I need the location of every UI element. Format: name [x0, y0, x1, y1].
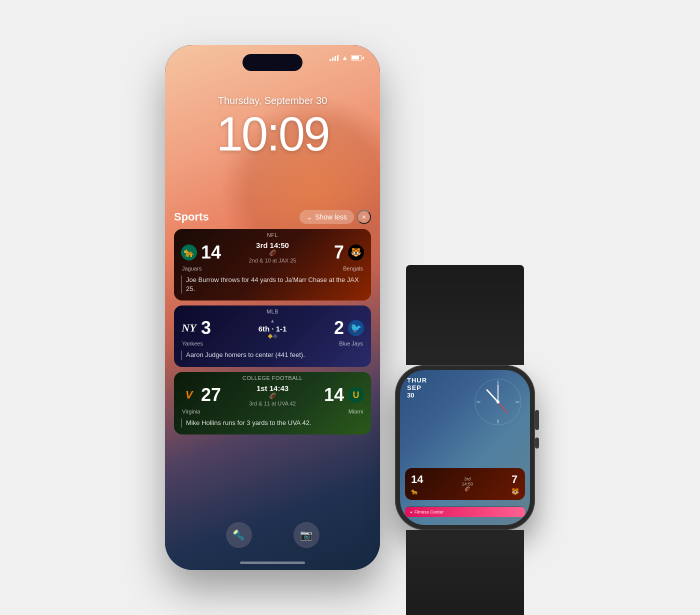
signal-bar-2 — [332, 58, 334, 61]
cfb-play-description: Mike Hollins runs for 3 yards to the UVA… — [181, 418, 364, 428]
wifi-icon: ▲ — [342, 54, 348, 62]
virginia-score: 27 — [201, 384, 221, 406]
watch-jaguars-icon: 🐆 — [411, 488, 418, 495]
main-scene: ▲ Thursday, September 30 10:09 Sports ⌄ — [165, 45, 535, 570]
close-button[interactable]: × — [357, 210, 371, 224]
second-base-dot — [272, 334, 278, 339]
watch-nfl-score-widget: 14 🐆 3rd 14:50 🏈 7 — [405, 468, 525, 500]
mlb-score-row: NY 3 ▲ 6th · 1-1 — [181, 318, 364, 338]
bengals-team-name: Bengals — [272, 266, 363, 272]
virginia-logo: V — [181, 387, 197, 403]
cfb-down-distance: 3rd & 11 at UVA 42 — [242, 400, 303, 406]
mlb-score-card[interactable]: MLB NY 3 ▲ 6th · 1-1 — [174, 306, 371, 366]
camera-button[interactable]: 📷 — [294, 522, 320, 548]
bottom-dock: 🔦 📷 — [165, 522, 380, 548]
sports-notification-section: Sports ⌄ Show less × NFL — [174, 210, 371, 440]
watch-band-bottom — [406, 530, 524, 615]
lock-screen-time: 10:09 — [165, 110, 380, 158]
nfl-quarter: 3rd 14:50 — [242, 241, 303, 250]
nfl-play-description: Joe Burrow throws for 44 yards to Ja'Mar… — [181, 276, 364, 294]
signal-bar-4 — [337, 55, 338, 61]
fitness-label: Fitness Center — [414, 510, 444, 514]
miami-score: 14 — [324, 384, 344, 406]
watch-team2-section: 7 🐯 — [512, 473, 519, 495]
nfl-league-label: NFL — [181, 229, 364, 241]
fitness-section: ● Fitness Center — [405, 507, 525, 517]
cfb-team2-side: 14 U — [303, 384, 364, 406]
mlb-team1-side: NY 3 — [181, 318, 242, 338]
sports-controls: ⌄ Show less × — [300, 210, 371, 224]
notch — [242, 54, 302, 71]
jaguars-team-name: Jaguars — [182, 266, 272, 272]
watch-team1-score: 14 — [411, 473, 423, 486]
jaguars-logo: 🐆 — [181, 244, 197, 260]
football-emoji: 🏈 — [242, 250, 303, 256]
cfb-league-label: College Football — [181, 372, 364, 384]
yankees-logo: NY — [181, 320, 197, 336]
camera-icon: 📷 — [300, 529, 312, 541]
iphone-device: ▲ Thursday, September 30 10:09 Sports ⌄ — [165, 45, 380, 570]
status-bar-right: ▲ — [330, 54, 362, 62]
chevron-down-icon: ⌄ — [306, 213, 312, 221]
battery-icon — [351, 55, 362, 60]
nfl-team1-side: 🐆 14 — [181, 242, 242, 263]
flashlight-button[interactable]: 🔦 — [226, 522, 252, 548]
show-less-label: Show less — [315, 213, 347, 221]
cfb-score-row: V 27 1st 14:43 🏈 3rd & 11 at UVA 42 14 — [181, 384, 364, 406]
watch-team1-section: 14 🐆 — [411, 473, 423, 495]
virginia-team-name: Virginia — [182, 408, 272, 414]
virginia-logo-text: V — [186, 388, 193, 402]
signal-bar-1 — [330, 59, 331, 61]
cfb-score-card[interactable]: College Football V 27 1st 14:43 🏈 3rd & … — [174, 372, 371, 434]
svg-line-5 — [487, 390, 498, 402]
watch-crown — [535, 410, 539, 430]
watch-team2-score: 7 — [512, 473, 519, 486]
flashlight-icon: 🔦 — [232, 529, 245, 541]
watch-band-top — [406, 265, 524, 365]
jaguars-logo-icon: 🐆 — [184, 247, 194, 258]
mlb-game-info: ▲ 6th · 1-1 — [242, 318, 303, 338]
signal-icon — [330, 55, 338, 61]
yankees-score: 3 — [201, 318, 221, 338]
cfb-quarter: 1st 14:43 — [242, 384, 303, 392]
sports-header: Sports ⌄ Show less × — [174, 210, 371, 224]
cfb-team-names: Virginia Miami — [181, 408, 364, 414]
show-less-button[interactable]: ⌄ Show less — [300, 210, 354, 224]
mlb-league-label: MLB — [181, 306, 364, 318]
mlb-team2-side: 2 🐦 — [303, 318, 364, 338]
home-indicator — [240, 562, 305, 564]
miami-logo-text: U — [353, 390, 360, 400]
apple-watch-device: THUR SEP 30 — [395, 365, 535, 530]
watch-game-info-center: 3rd 14:50 🏈 — [462, 476, 473, 492]
nfl-team2-side: 7 🐯 — [303, 242, 364, 263]
first-base-dot — [268, 334, 272, 339]
watch-side-button — [535, 438, 539, 448]
jaguars-score: 14 — [201, 242, 221, 263]
bluejays-logo: 🐦 — [348, 320, 364, 336]
fitness-bar-widget: ● Fitness Center — [405, 507, 525, 517]
signal-bar-3 — [334, 56, 336, 61]
bluejays-team-name: Blue Jays — [272, 340, 363, 346]
mlb-inning: 6th · 1-1 — [242, 324, 303, 333]
nfl-score-card[interactable]: NFL 🐆 14 3rd 14:50 🏈 2nd & 10 at JAX 25 — [174, 229, 371, 300]
yankees-team-name: Yankees — [182, 340, 272, 346]
cfb-team1-side: V 27 — [181, 384, 242, 406]
nfl-score-row: 🐆 14 3rd 14:50 🏈 2nd & 10 at JAX 25 7 — [181, 241, 364, 264]
watch-team2-logo-area: 🐯 — [512, 488, 519, 495]
watch-time-label: 14:50 — [462, 482, 473, 486]
bluejays-score: 2 — [324, 318, 344, 338]
watch-screen: THUR SEP 30 — [400, 370, 530, 525]
cfb-football-emoji: 🏈 — [242, 392, 303, 400]
miami-logo: U — [348, 387, 364, 403]
battery-fill — [352, 56, 359, 60]
iphone-screen: ▲ Thursday, September 30 10:09 Sports ⌄ — [165, 45, 380, 570]
status-bar: ▲ — [165, 54, 380, 62]
cfb-game-info: 1st 14:43 🏈 3rd & 11 at UVA 42 — [242, 384, 303, 406]
svg-point-8 — [496, 400, 500, 404]
clock-face-svg — [473, 377, 523, 427]
svg-line-7 — [498, 402, 507, 413]
watch-score-row: 14 🐆 3rd 14:50 🏈 7 — [411, 473, 519, 495]
nfl-down-distance: 2nd & 10 at JAX 25 — [242, 258, 303, 264]
sports-section-title: Sports — [174, 210, 209, 224]
inning-arrow-icon: ▲ — [242, 318, 303, 324]
